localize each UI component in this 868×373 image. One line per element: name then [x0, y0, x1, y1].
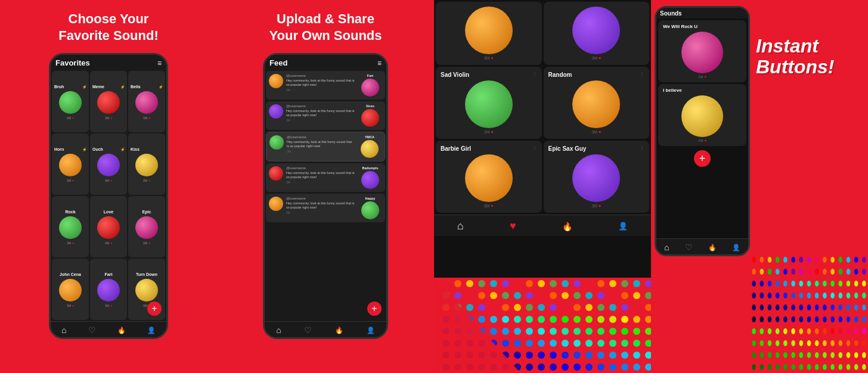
nav-home-3[interactable]: ⌂ [457, 220, 464, 232]
svg-point-143 [633, 363, 640, 371]
sound-cell-epic[interactable]: Epic 3M♥ [128, 196, 165, 257]
svg-point-281 [752, 364, 756, 370]
sound-top-2[interactable]: 3M♥ [544, 2, 650, 65]
svg-point-105 [609, 340, 616, 347]
sound-top-1[interactable]: 3M♥ [436, 2, 542, 65]
svg-point-31 [585, 292, 593, 299]
sound-i-believe[interactable]: I believe 3M♥ [658, 84, 746, 146]
svg-point-258 [807, 340, 811, 346]
nav-person-icon-2[interactable]: 👤 [367, 327, 375, 334]
feed-item-5[interactable]: @username Hey community, look at this fu… [266, 194, 385, 222]
nav-home-icon-2[interactable]: ⌂ [276, 325, 281, 335]
svg-point-188 [847, 281, 851, 287]
svg-point-118 [550, 352, 557, 359]
svg-point-43 [514, 304, 521, 311]
svg-point-257 [799, 340, 804, 346]
svg-point-248 [847, 328, 851, 334]
svg-point-224 [776, 316, 780, 322]
svg-point-87 [609, 328, 616, 335]
svg-point-181 [791, 281, 795, 287]
svg-point-154 [815, 257, 819, 263]
svg-point-276 [830, 352, 835, 358]
nav-home-icon[interactable]: ⌂ [61, 325, 66, 335]
feed-sound-ymca[interactable]: YMCA [358, 135, 382, 158]
svg-point-149 [776, 257, 780, 263]
nav-person-3[interactable]: 👤 [618, 222, 628, 231]
feed-sound-fart[interactable]: Fart [358, 74, 382, 97]
sound-cell-johncena[interactable]: John Cena 3M♥ [52, 259, 89, 320]
svg-point-275 [823, 352, 827, 358]
svg-point-295 [862, 364, 866, 370]
svg-point-259 [815, 340, 819, 346]
nav-heart-3[interactable]: ♥ [510, 220, 516, 232]
svg-point-192 [760, 293, 764, 299]
svg-point-186 [830, 281, 835, 287]
svg-point-44 [526, 304, 533, 311]
fab-button-4[interactable]: + [694, 150, 711, 167]
feed-item-2[interactable]: @username Hey community, look at this fu… [266, 101, 385, 130]
nav-fire-icon[interactable]: 🔥 [117, 327, 126, 334]
sound-cell-rock[interactable]: Rock 3M♥ [52, 196, 89, 257]
svg-point-182 [799, 281, 804, 287]
fab-button-1[interactable]: + [147, 301, 162, 316]
svg-point-157 [839, 257, 843, 263]
svg-point-250 [862, 328, 866, 334]
feed-sound-badumpts[interactable]: Badumpts [358, 166, 382, 189]
nav-fire-4[interactable]: 🔥 [708, 244, 717, 251]
svg-point-45 [538, 304, 545, 311]
svg-point-277 [839, 352, 843, 358]
svg-point-222 [760, 316, 764, 322]
svg-point-134 [526, 363, 533, 371]
sound-barbie-girl[interactable]: Barbie Girl ⋮ 3M♥ [436, 141, 542, 213]
svg-point-266 [752, 352, 756, 358]
feed-item-3[interactable]: @username Hey community, look at this fu… [266, 132, 385, 161]
svg-point-68 [597, 316, 604, 323]
sound-cell-love[interactable]: Love 3M♥ [90, 196, 127, 257]
svg-point-214 [815, 304, 819, 310]
sound-cell-fart[interactable]: Fart 3M♥ [90, 259, 127, 320]
feed-avatar-5 [269, 197, 283, 211]
svg-point-65 [562, 316, 569, 323]
sound-cell-kiss[interactable]: Kiss 3M♥ [128, 133, 165, 195]
svg-point-172 [839, 269, 843, 275]
svg-point-14 [597, 280, 604, 287]
sound-cell-bells[interactable]: Bells ⚡ 3M♥ [128, 71, 165, 132]
sound-we-will-rock-u[interactable]: We Will Rock U 3M♥ [658, 20, 746, 82]
sound-sad-violin[interactable]: Sad Violin ⋮ 3M♥ [436, 67, 542, 139]
svg-point-124 [621, 352, 628, 359]
sound-random[interactable]: Random ⋮ 3M♥ [544, 67, 650, 139]
feed-list: @username Hey community, look at this fu… [265, 70, 386, 321]
feed-sound-happy[interactable]: Happy [358, 197, 382, 219]
nav-person-icon[interactable]: 👤 [147, 327, 156, 334]
feed-sound-siren[interactable]: Siren [358, 104, 382, 127]
svg-point-42 [502, 304, 509, 311]
svg-point-252 [760, 340, 764, 346]
panel-4-dots [750, 254, 868, 373]
svg-point-41 [490, 304, 497, 311]
feed-item-1[interactable]: @username Hey community, look at this fu… [266, 71, 385, 100]
feed-item-4[interactable]: @username Hey community, look at this fu… [266, 163, 385, 192]
sound-cell-ouch[interactable]: Ouch ⚡ 3M♥ [90, 133, 127, 195]
sound-cell-meme[interactable]: Meme ⚡ 3M♥ [90, 71, 127, 132]
sound-cell-bruh[interactable]: Bruh ⚡ 3M♥ [52, 71, 89, 132]
fab-button-2[interactable]: + [367, 301, 382, 316]
nav-fire-icon-2[interactable]: 🔥 [335, 327, 343, 334]
nav-person-4[interactable]: 👤 [732, 244, 740, 251]
nav-heart-icon[interactable]: ♡ [88, 325, 96, 335]
sound-epic-sax-guy[interactable]: Epic Sax Guy ⋮ 3M♥ [544, 141, 650, 213]
nav-home-4[interactable]: ⌂ [664, 243, 669, 252]
svg-point-115 [514, 352, 521, 359]
svg-point-231 [830, 316, 835, 322]
svg-point-53 [633, 304, 640, 311]
svg-point-156 [830, 257, 835, 263]
nav-heart-icon-2[interactable]: ♡ [304, 325, 312, 335]
svg-point-8 [526, 280, 533, 287]
feed-content-4: @username Hey community, look at this fu… [286, 166, 355, 189]
svg-point-103 [585, 340, 593, 347]
feed-content-3: @username Hey community, look at this fu… [287, 135, 355, 158]
nav-heart-4[interactable]: ♡ [685, 243, 693, 252]
sound-cell-horn[interactable]: Horn ⚡ 3M♥ [52, 133, 89, 195]
panel-4-right: InstantButtons! [750, 0, 868, 373]
svg-point-15 [609, 280, 616, 287]
nav-fire-3[interactable]: 🔥 [562, 222, 572, 231]
